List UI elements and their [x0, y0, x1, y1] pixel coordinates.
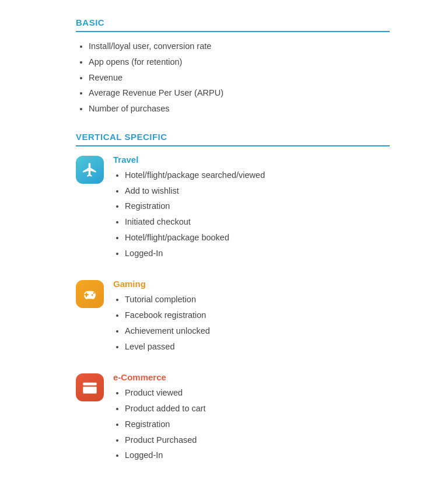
ecommerce-name: e-Commerce — [113, 372, 390, 382]
ecommerce-icon — [76, 373, 104, 401]
basic-item: Revenue — [89, 72, 390, 85]
list-item: Achievement unlocked — [125, 325, 390, 338]
list-item: Logged-In — [125, 247, 390, 260]
list-item: Initiated checkout — [125, 216, 390, 229]
gaming-name: Gaming — [113, 279, 390, 289]
list-item: Tutorial completion — [125, 293, 390, 306]
svg-rect-1 — [83, 387, 96, 394]
gaming-list: Tutorial completionFacebook registration… — [113, 293, 390, 353]
vertical-title: VERTICAL SPECIFIC — [76, 132, 390, 146]
svg-rect-0 — [83, 383, 96, 386]
ecommerce-list: Product viewedProduct added to cartRegis… — [113, 387, 390, 462]
basic-item: Number of purchases — [89, 103, 390, 116]
list-item: Hotel/flight/package booked — [125, 232, 390, 244]
list-item: Product Purchased — [125, 434, 390, 447]
list-item: Add to wishlist — [125, 185, 390, 198]
basic-title: BASIC — [76, 18, 390, 32]
list-item: Registration — [125, 418, 390, 431]
ecommerce-content: e-CommerceProduct viewedProduct added to… — [113, 372, 390, 465]
category-block-travel: TravelHotel/flight/package searched/view… — [76, 155, 390, 263]
svg-rect-2 — [85, 389, 89, 390]
list-item: Facebook registration — [125, 309, 390, 322]
list-item: Hotel/flight/package searched/viewed — [125, 169, 390, 182]
list-item: Registration — [125, 200, 390, 213]
basic-item: Average Revenue Per User (ARPU) — [89, 87, 390, 100]
travel-name: Travel — [113, 155, 390, 165]
vertical-section: VERTICAL SPECIFIC TravelHotel/flight/pac… — [76, 132, 390, 465]
basic-item: Install/loyal user, conversion rate — [89, 40, 390, 53]
category-block-ecommerce: e-CommerceProduct viewedProduct added to… — [76, 372, 390, 465]
gaming-icon — [76, 280, 104, 308]
categories-container: TravelHotel/flight/package searched/view… — [76, 155, 390, 465]
travel-list: Hotel/flight/package searched/viewedAdd … — [113, 169, 390, 260]
basic-item: App opens (for retention) — [89, 56, 390, 69]
list-item: Logged-In — [125, 449, 390, 462]
basic-section: BASIC Install/loyal user, conversion rat… — [76, 18, 390, 116]
list-item: Product added to cart — [125, 403, 390, 415]
list-item: Product viewed — [125, 387, 390, 400]
travel-content: TravelHotel/flight/package searched/view… — [113, 155, 390, 263]
basic-list: Install/loyal user, conversion rateApp o… — [76, 40, 390, 116]
category-block-gaming: GamingTutorial completionFacebook regist… — [76, 279, 390, 356]
list-item: Level passed — [125, 341, 390, 354]
gaming-content: GamingTutorial completionFacebook regist… — [113, 279, 390, 356]
travel-icon — [76, 156, 104, 184]
